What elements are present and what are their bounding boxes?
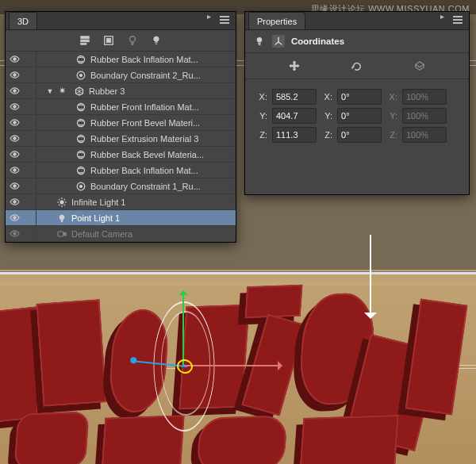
light-icon: [56, 196, 68, 209]
tree-item[interactable]: Boundary Constraint 1_Ru...: [6, 178, 236, 194]
scene-tree: Rubber Back Inflation Mat...Boundary Con…: [6, 52, 236, 242]
constraint-icon: [75, 180, 87, 193]
visibility-toggle[interactable]: [7, 116, 21, 130]
tree-item[interactable]: Rubber Front Bevel Materi...: [6, 115, 236, 131]
tree-item[interactable]: Infinite Light 1: [6, 194, 236, 210]
svg-rect-0: [81, 36, 90, 39]
position-z[interactable]: 111.3: [272, 127, 317, 143]
axis-label: Z:: [256, 130, 267, 140]
tree-item-label: Rubber Front Bevel Materi...: [90, 118, 236, 128]
axis-label: X:: [256, 92, 267, 102]
tree-item[interactable]: Point Light 1: [6, 210, 236, 226]
svg-point-5: [130, 36, 136, 42]
material-icon: [75, 101, 87, 113]
tree-item-label: Rubber Back Inflation Mat...: [90, 166, 236, 175]
mesh-icon: [73, 85, 86, 98]
visibility-toggle[interactable]: [7, 148, 21, 162]
tree-gutter: [23, 99, 36, 114]
tree-item[interactable]: Rubber Back Inflation Mat...: [6, 52, 236, 67]
position-y[interactable]: 404.7: [272, 108, 317, 124]
coord-row-x: X:585.2X:0X:100%: [256, 87, 458, 106]
axis-label: X:: [321, 92, 332, 102]
panel-collapse-icon[interactable]: ▸: [207, 14, 215, 24]
properties-title: Coordinates: [291, 36, 344, 46]
tree-item[interactable]: Rubber Front Inflation Mat...: [6, 99, 236, 115]
svg-point-7: [257, 37, 262, 42]
visibility-toggle[interactable]: [7, 52, 21, 67]
panel-3d-toolbar: [6, 30, 236, 52]
new-light-icon[interactable]: [126, 34, 139, 47]
panel-menu[interactable]: ▸: [440, 14, 466, 24]
tree-item-label: Boundary Constraint 2_Ru...: [90, 71, 236, 80]
transform-modes: [245, 53, 469, 79]
panel-menu[interactable]: ▸: [207, 14, 232, 24]
tree-gutter: [23, 163, 36, 178]
tree-item[interactable]: Rubber Extrusion Material 3: [6, 131, 236, 147]
visibility-toggle[interactable]: [7, 132, 21, 146]
tree-item[interactable]: Rubber Back Inflation Mat...: [6, 163, 236, 178]
material-icon: [75, 117, 87, 129]
position-x[interactable]: 585.2: [272, 89, 317, 105]
gizmo-axis-x[interactable]: [184, 365, 279, 366]
panel-divider: [0, 271, 476, 274]
tree-item-label: Rubber Extrusion Material 3: [90, 134, 236, 144]
tree-item[interactable]: Boundary Constraint 2_Ru...: [6, 67, 236, 83]
tree-item[interactable]: Rubber Back Bevel Materia...: [6, 147, 236, 163]
panel-collapse-icon[interactable]: ▸: [440, 14, 448, 24]
tree-item[interactable]: Default Camera: [6, 226, 236, 242]
visibility-toggle[interactable]: [7, 179, 21, 194]
visibility-toggle[interactable]: [7, 100, 21, 114]
light-icon[interactable]: [150, 34, 163, 47]
scale-x: 100%: [402, 89, 447, 105]
panel-3d: 3D ▸ Rubber Back Inflation Mat...Boundar…: [5, 11, 236, 243]
tab-properties[interactable]: Properties: [248, 12, 305, 29]
visibility-toggle[interactable]: [7, 195, 21, 209]
tree-gutter: [23, 52, 36, 67]
constraint-icon: [75, 69, 87, 82]
tree-gutter: [23, 194, 36, 209]
rotation-z[interactable]: 0: [337, 127, 382, 143]
filter-scene-icon[interactable]: [79, 34, 91, 47]
coord-row-y: Y:404.7Y:0Y:100%: [256, 106, 458, 125]
tree-item-label: Rubber Back Bevel Materia...: [90, 150, 236, 159]
rotation-y[interactable]: 0: [337, 108, 382, 124]
render-icon[interactable]: [102, 34, 115, 47]
tree-item[interactable]: ▼✷Rubber 3: [6, 83, 236, 99]
visibility-toggle[interactable]: [7, 227, 21, 241]
tree-item-label: Point Light 1: [71, 213, 236, 223]
visibility-toggle[interactable]: [7, 163, 21, 178]
disclosure-triangle[interactable]: ▼: [46, 87, 54, 95]
visibility-toggle[interactable]: [7, 211, 21, 225]
panel-flyout-icon[interactable]: [220, 14, 232, 24]
visibility-toggle[interactable]: [7, 84, 21, 98]
tab-3d[interactable]: 3D: [9, 12, 37, 29]
visibility-toggle[interactable]: [7, 68, 21, 82]
annotation-arrow: [370, 235, 371, 314]
light-icon[interactable]: [253, 35, 266, 48]
coord-row-z: Z:111.3Z:0Z:100%: [256, 125, 458, 144]
tree-gutter: [23, 226, 36, 241]
panel-flyout-icon[interactable]: [453, 14, 466, 24]
move-gizmo[interactable]: [95, 293, 301, 436]
mode-move-icon[interactable]: [288, 59, 301, 72]
tree-gutter: [23, 178, 36, 194]
axis-label: Z:: [321, 130, 332, 140]
tree-gutter: [23, 147, 36, 162]
camera-icon: [56, 228, 68, 240]
mode-scale-icon[interactable]: [413, 59, 426, 72]
scale-z: 100%: [402, 127, 447, 143]
tree-item-label: Rubber 3: [89, 86, 236, 96]
mode-rotate-icon[interactable]: [351, 59, 363, 72]
tree-item-label: Default Camera: [71, 229, 236, 239]
tree-item-label: Rubber Back Inflation Mat...: [90, 55, 236, 64]
rotation-x[interactable]: 0: [337, 89, 382, 105]
coordinates-icon[interactable]: [272, 35, 285, 48]
axis-label: X:: [386, 92, 397, 102]
panel-properties: Properties ▸ Coordinates X:585.2X:0X:100…: [244, 11, 470, 195]
panel-tabbar: 3D ▸: [6, 12, 236, 30]
gizmo-axis-y[interactable]: [182, 293, 184, 366]
svg-rect-4: [106, 38, 110, 42]
tree-gutter: [23, 115, 36, 130]
material-icon: [75, 132, 87, 145]
properties-header: Coordinates: [245, 30, 469, 53]
